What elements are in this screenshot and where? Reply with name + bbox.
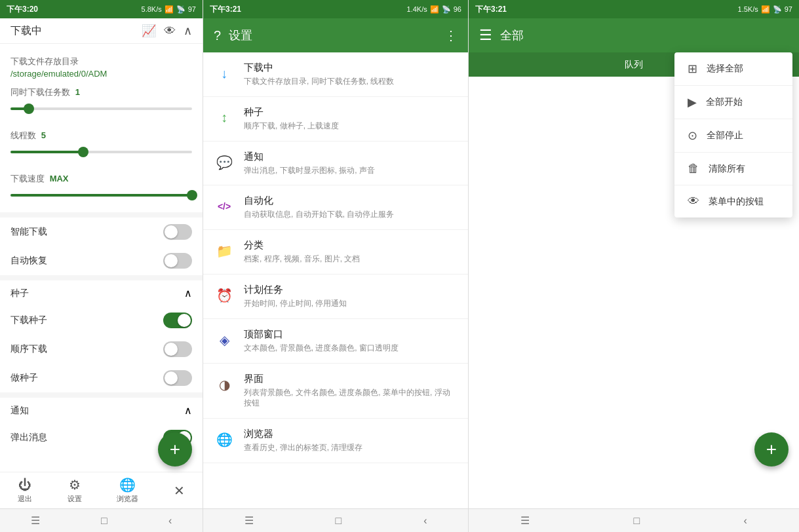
settings-item-topwindow[interactable]: ◈ 顶部窗口 文本颜色, 背景颜色, 进度条颜色, 窗口透明度 (203, 319, 468, 364)
settings-item-seed-text: 种子 顺序下载, 做种子, 上载速度 (244, 106, 458, 132)
panel1-content: 下载文件存放目录 /storage/emulated/0/ADM 同时下载任务数… (0, 44, 203, 472)
panel1-title: 下载中 (10, 24, 42, 38)
seed-section-header: 种子 ∧ (0, 280, 203, 306)
android-home-icon[interactable]: □ (101, 515, 107, 527)
seed-title: 种子 (244, 106, 458, 119)
stop-all-label: 全部停止 (707, 130, 743, 142)
auto-resume-toggle[interactable] (163, 253, 192, 269)
nav-browser[interactable]: 🌐 浏览器 (109, 474, 146, 506)
thread-slider[interactable] (10, 145, 192, 159)
context-stop-all[interactable]: ⊙ 全部停止 (674, 119, 792, 153)
android-home-icon-3[interactable]: □ (633, 515, 640, 527)
speed-thumb[interactable] (187, 190, 197, 200)
download-dir-item: 下载文件存放目录 /storage/emulated/0/ADM (10, 52, 192, 83)
speed-track (10, 194, 192, 197)
context-select-all[interactable]: ⊞ 选择全部 (674, 52, 792, 86)
settings-item-interface[interactable]: ◑ 界面 列表背景颜色, 文件名颜色, 进度条颜色, 菜单中的按钮, 浮动按钮 (203, 364, 468, 419)
settings-item-notify[interactable]: 💬 通知 弹出消息, 下载时显示图标, 振动, 声音 (203, 142, 468, 186)
divider-2 (0, 275, 203, 280)
browser-icon: 🌐 (119, 477, 136, 493)
select-all-icon: ⊞ (688, 62, 697, 76)
time-3: 下午3:21 (475, 4, 507, 15)
concurrent-thumb[interactable] (24, 104, 34, 114)
tab-queue-label: 队列 (625, 59, 643, 71)
topwindow-title: 顶部窗口 (244, 328, 458, 341)
select-all-label: 选择全部 (707, 63, 743, 75)
download-title: 下载中 (244, 62, 458, 74)
context-clear-all[interactable]: 🗑 清除所有 (674, 153, 792, 185)
android-back-icon-2[interactable]: ‹ (423, 515, 427, 527)
divider-3 (0, 392, 203, 398)
signal-icon-3: 📶 (761, 5, 770, 14)
browser-settings-desc: 查看历史, 弹出的标签页, 清理缓存 (244, 442, 458, 453)
hamburger-menu[interactable]: ☰ (479, 27, 492, 44)
android-menu-icon-3[interactable]: ☰ (520, 514, 530, 527)
category-icon: 📁 (214, 240, 235, 261)
seed-collapse-icon[interactable]: ∧ (184, 287, 192, 299)
context-menu: ⊞ 选择全部 ▶ 全部开始 ⊙ 全部停止 🗑 清除所有 👁 菜单中的按钮 (674, 52, 792, 218)
wifi-icon-2: 📡 (442, 5, 451, 14)
network-speed-3: 1.5K/s (738, 5, 758, 13)
panel-download-settings: 下午3:20 5.8K/s 📶 📡 97 下载中 📈 👁 ∧ 下载文件存放目录 … (0, 0, 203, 532)
battery-2: 96 (454, 5, 461, 13)
notify-title: 通知 (244, 151, 458, 163)
menu-buttons-label: 菜单中的按钮 (709, 196, 764, 208)
settings-item-schedule[interactable]: ⏰ 计划任务 开始时间, 停止时间, 停用通知 (203, 275, 468, 319)
android-back-icon-3[interactable]: ‹ (743, 515, 747, 527)
battery-1: 97 (188, 5, 196, 13)
do-seed-toggle[interactable] (163, 370, 192, 386)
nav-close[interactable]: ✕ (166, 480, 193, 501)
android-back-icon[interactable]: ‹ (168, 515, 172, 527)
smart-download-toggle[interactable] (163, 224, 192, 240)
settings-item-browser[interactable]: 🌐 浏览器 查看历史, 弹出的标签页, 清理缓存 (203, 419, 468, 463)
settings-item-download-text: 下载中 下载文件存放目录, 同时下载任务数, 线程数 (244, 62, 458, 87)
android-menu-icon-2[interactable]: ☰ (244, 514, 254, 527)
settings-item-automation[interactable]: </> 自动化 自动获取信息, 自动开始下载, 自动停止服务 (203, 185, 468, 230)
thread-thumb[interactable] (78, 147, 88, 157)
panel2-title: 设置 (229, 28, 437, 43)
speed-slider[interactable] (10, 189, 192, 202)
automation-icon: </> (214, 196, 235, 217)
clear-all-label: 清除所有 (709, 163, 745, 175)
android-nav-3: ☰ □ ‹ (469, 508, 799, 532)
chart-icon[interactable]: 📈 (142, 24, 156, 38)
download-seed-row: 下载种子 (0, 306, 203, 335)
sequential-toggle[interactable] (163, 341, 192, 357)
eye-icon[interactable]: 👁 (164, 24, 176, 38)
settings-item-category[interactable]: 📁 分类 档案, 程序, 视频, 音乐, 图片, 文档 (203, 230, 468, 275)
android-menu-icon[interactable]: ☰ (31, 514, 40, 527)
fab-button-1[interactable]: + (158, 432, 192, 466)
android-home-icon-2[interactable]: □ (336, 515, 342, 527)
more-button[interactable]: ⋮ (444, 28, 458, 43)
panel-settings: 下午3:21 1.4K/s 📶 📡 96 ? 设置 ⋮ ↓ 下载中 下载文件存放… (203, 0, 469, 532)
settings-item-browser-text: 浏览器 查看历史, 弹出的标签页, 清理缓存 (244, 428, 458, 453)
smart-download-label: 智能下载 (10, 226, 47, 238)
auto-resume-row: 自动恢复 (0, 246, 203, 275)
notify-icon: 💬 (214, 152, 235, 173)
do-seed-label: 做种子 (10, 372, 38, 384)
bottom-nav-1: ⏻ 退出 ⚙ 设置 🌐 浏览器 ✕ (0, 472, 203, 508)
context-start-all[interactable]: ▶ 全部开始 (674, 86, 792, 119)
schedule-icon: ⏰ (214, 285, 235, 306)
notify-section-label: 通知 (10, 405, 29, 417)
back-button[interactable]: ? (214, 28, 221, 43)
download-seed-toggle[interactable] (163, 313, 192, 328)
settings-icon: ⚙ (69, 477, 81, 493)
panel1-header-icons: 📈 👁 ∧ (142, 24, 192, 38)
interface-title: 界面 (244, 373, 458, 385)
signal-icon: 📶 (165, 5, 174, 14)
download-dir-label: 下载文件存放目录 (10, 56, 192, 67)
nav-exit[interactable]: ⏻ 退出 (10, 475, 40, 506)
nav-settings[interactable]: ⚙ 设置 (60, 474, 90, 506)
download-dir-value[interactable]: /storage/emulated/0/ADM (10, 69, 192, 79)
settings-item-notify-text: 通知 弹出消息, 下载时显示图标, 振动, 声音 (244, 151, 458, 176)
time-1: 下午3:20 (7, 4, 38, 15)
settings-item-seed[interactable]: ↕ 种子 顺序下载, 做种子, 上载速度 (203, 97, 468, 142)
collapse-icon[interactable]: ∧ (184, 24, 192, 38)
thread-value: 5 (41, 130, 46, 140)
settings-item-download[interactable]: ↓ 下载中 下载文件存放目录, 同时下载任务数, 线程数 (203, 52, 468, 97)
concurrent-slider[interactable] (10, 102, 192, 115)
context-menu-buttons[interactable]: 👁 菜单中的按钮 (674, 185, 792, 218)
fab-button-3[interactable]: + (754, 432, 789, 466)
notify-collapse-icon[interactable]: ∧ (184, 404, 192, 417)
